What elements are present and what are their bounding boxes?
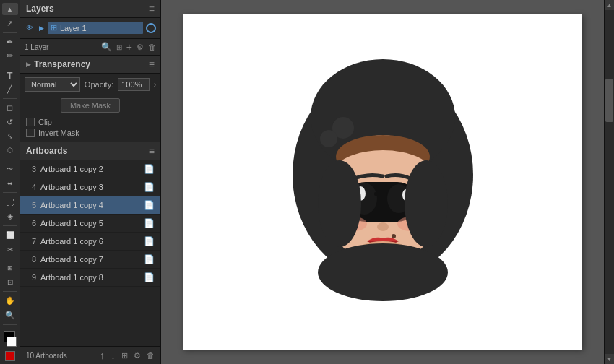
illustration-container (282, 59, 484, 305)
stroke-color[interactable] (7, 337, 17, 347)
artboard-settings-icon[interactable]: ⚙ (134, 351, 141, 360)
artboards-footer: 10 Artboards ↑ ↓ ⊞ ⚙ 🗑 (20, 346, 160, 364)
layer-name: Layer 1 (60, 24, 140, 32)
scroll-track (605, 10, 614, 354)
right-scrollbar: ▲ ▼ (604, 0, 614, 364)
type-tool[interactable]: T (2, 69, 18, 81)
artboard-file-icon: 📄 (144, 200, 155, 210)
gradient-tool[interactable]: ◈ (2, 210, 18, 222)
make-mask-button[interactable]: Make Mask (61, 98, 120, 113)
eraser-tool[interactable]: ⬜ (2, 229, 18, 241)
clip-label: Clip (38, 118, 52, 126)
artboard-number: 6 (26, 219, 36, 228)
opacity-value[interactable]: 100% (118, 78, 149, 91)
transparency-checkboxes: Clip Invert Mask (20, 116, 160, 142)
transparency-header: ▶ Transparency ≡ (20, 56, 160, 74)
layers-panel-title: Layers (26, 4, 54, 14)
artboard-file-icon: 📄 (144, 182, 155, 192)
tool-divider-4 (3, 160, 17, 160)
artboard-delete-icon[interactable]: 🗑 (147, 351, 155, 360)
artboards-count: 10 Artboards (26, 352, 94, 360)
opacity-arrow-icon[interactable]: › (154, 81, 156, 89)
artboard-row[interactable]: 4 Artboard 1 copy 3 📄 (20, 178, 160, 196)
tool-divider-8 (3, 291, 17, 292)
layer-row[interactable]: 👁 ▶ ⊞ Layer 1 (20, 18, 160, 38)
line-tool[interactable]: ╱ (2, 83, 18, 95)
layers-menu-icon[interactable]: ≡ (149, 3, 155, 14)
artboard-move-down-icon[interactable]: ↓ (111, 350, 116, 361)
hand-tool[interactable]: ✋ (2, 295, 18, 307)
rectangle-tool[interactable]: ◻ (2, 102, 18, 114)
layer-expand-icon[interactable]: ▶ (38, 25, 45, 32)
scroll-thumb[interactable] (605, 79, 613, 122)
direct-select-tool[interactable]: ↗ (2, 17, 18, 29)
artboards-menu-icon[interactable]: ≡ (149, 145, 155, 157)
artboard-name: Artboard 1 copy 3 (40, 183, 139, 191)
blend-mode-select[interactable]: Normal (25, 77, 80, 92)
clip-checkbox[interactable] (26, 118, 35, 126)
artboards-header: Artboards ≡ (20, 142, 160, 160)
artboard-name: Artboard 1 copy 5 (40, 219, 139, 228)
tool-divider-3 (3, 98, 17, 99)
artboard-file-icon: 📄 (144, 254, 155, 264)
scissors-tool[interactable]: ✂ (2, 243, 18, 255)
artboard-file-icon: 📄 (144, 164, 155, 174)
canvas-area[interactable] (161, 0, 604, 364)
artboard-number: 4 (26, 183, 36, 191)
artboard-row[interactable]: 3 Artboard 1 copy 2 📄 (20, 160, 160, 178)
invert-mask-label: Invert Mask (38, 129, 79, 137)
artboard-file-icon: 📄 (144, 236, 155, 246)
transparency-menu-icon[interactable]: ≡ (149, 58, 155, 70)
layer-color-dot (146, 23, 156, 33)
rotate-tool[interactable]: ↺ (2, 116, 18, 128)
layers-footer: 1 Layer 🔍 ⊞ + ⚙ 🗑 (20, 38, 160, 55)
shear-tool[interactable]: ⬡ (2, 144, 18, 156)
tool-divider-2 (3, 66, 17, 66)
slice-tool[interactable]: ⊡ (2, 276, 18, 288)
svg-rect-15 (374, 192, 387, 196)
artboard-number: 8 (26, 255, 36, 264)
scroll-up-arrow[interactable]: ▲ (605, 0, 615, 10)
transparency-title: Transparency (34, 59, 146, 69)
layer-options-icon[interactable]: ⊞ (116, 43, 122, 51)
scale-tool[interactable]: ⤡ (2, 130, 18, 142)
paint-bucket[interactable]: ⛶ (2, 196, 18, 208)
artboard-number: 9 (26, 273, 36, 282)
artboard-row[interactable]: 8 Artboard 1 copy 7 📄 (20, 251, 160, 269)
layer-search-icon[interactable]: 🔍 (101, 42, 112, 52)
layer-settings-icon[interactable]: ⚙ (137, 43, 144, 52)
layer-visibility-icon[interactable]: 👁 (25, 23, 35, 33)
left-toolbar: ▲ ↗ ✒ ✏ T ╱ ◻ ↺ ⤡ ⬡ 〜 ⬌ ⛶ ◈ ⬜ ✂ ⊞ ⊡ ✋ 🔍 (0, 0, 20, 364)
layers-panel-header: Layers ≡ (20, 0, 160, 18)
right-panel: Layers ≡ 👁 ▶ ⊞ Layer 1 1 Layer 🔍 ⊞ + ⚙ 🗑… (20, 0, 161, 364)
scroll-down-arrow[interactable]: ▼ (605, 354, 615, 364)
layer-count: 1 Layer (25, 43, 97, 51)
artboards-title: Artboards (26, 146, 67, 156)
artboard-row[interactable]: 9 Artboard 1 copy 8 📄 (20, 269, 160, 287)
artboard-name: Artboard 1 copy 8 (40, 273, 139, 282)
transparency-controls: Normal Opacity: 100% › (20, 74, 160, 95)
layer-add-icon[interactable]: + (126, 41, 132, 53)
artboard-row[interactable]: 5 Artboard 1 copy 4 📄 (20, 196, 160, 214)
artboard-number: 7 (26, 237, 36, 246)
brush-tool[interactable]: ✏ (2, 50, 18, 62)
artboard-list: 3 Artboard 1 copy 2 📄 4 Artboard 1 copy … (20, 160, 160, 346)
pen-tool[interactable]: ✒ (2, 36, 18, 48)
svg-point-21 (318, 160, 361, 247)
width-tool[interactable]: ⬌ (2, 177, 18, 189)
warp-tool[interactable]: 〜 (2, 163, 18, 176)
artboard-row[interactable]: 7 Artboard 1 copy 6 📄 (20, 233, 160, 251)
svg-point-22 (405, 160, 448, 247)
zoom-tool[interactable]: 🔍 (2, 309, 18, 321)
artboard-file-icon: 📄 (144, 272, 155, 282)
svg-point-23 (318, 243, 448, 301)
tool-divider-1 (3, 32, 17, 33)
artboard-tool[interactable]: ⊞ (2, 262, 18, 274)
invert-mask-checkbox[interactable] (26, 129, 35, 137)
select-tool[interactable]: ▲ (2, 3, 18, 15)
artboard-row[interactable]: 6 Artboard 1 copy 5 📄 (20, 214, 160, 233)
artboard-move-up-icon[interactable]: ↑ (100, 350, 105, 361)
transparency-collapse-icon[interactable]: ▶ (26, 61, 31, 68)
layer-delete-icon[interactable]: 🗑 (148, 43, 156, 51)
artboard-options-icon[interactable]: ⊞ (121, 351, 128, 360)
